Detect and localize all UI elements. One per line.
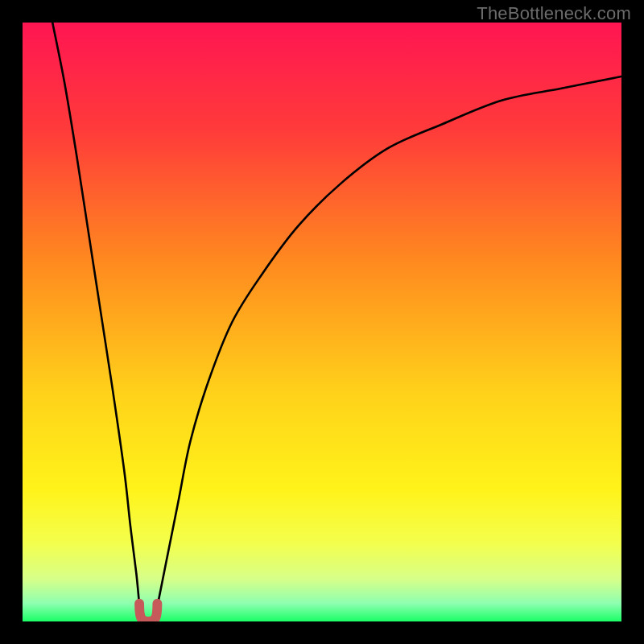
chart-frame: TheBottleneck.com — [0, 0, 644, 644]
minimum-u-marker — [139, 604, 157, 621]
left-branch-curve — [52, 23, 142, 621]
plot-area — [23, 23, 621, 621]
right-branch-curve — [155, 76, 621, 621]
watermark-text: TheBottleneck.com — [477, 3, 631, 24]
curve-layer — [23, 23, 621, 621]
